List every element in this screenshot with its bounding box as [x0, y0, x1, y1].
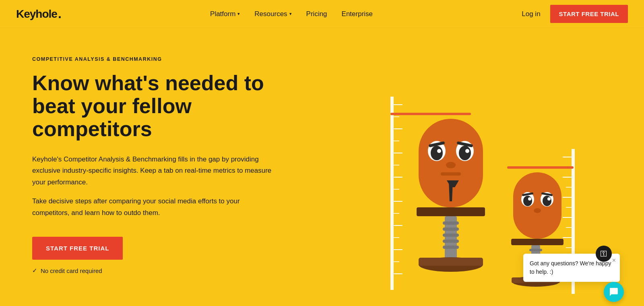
- svg-rect-34: [443, 234, 459, 237]
- svg-point-23: [465, 149, 469, 153]
- svg-rect-32: [443, 221, 459, 225]
- svg-point-20: [437, 149, 441, 153]
- hero-title: Know what's needed to beat your fellow c…: [32, 72, 282, 141]
- keyhole-chat-icon: ⚿: [596, 246, 612, 262]
- start-trial-hero-button[interactable]: START FREE TRIAL: [32, 237, 123, 260]
- svg-rect-27: [441, 172, 461, 176]
- svg-point-19: [431, 146, 443, 160]
- svg-point-63: [534, 208, 541, 213]
- svg-rect-0: [390, 97, 394, 290]
- svg-rect-53: [507, 166, 574, 169]
- logo-text: Keyhole: [16, 8, 57, 21]
- svg-point-56: [523, 196, 532, 206]
- chevron-down-icon: ▾: [237, 11, 240, 17]
- logo[interactable]: Keyhole.: [16, 6, 61, 21]
- svg-point-57: [528, 197, 531, 201]
- start-trial-nav-button[interactable]: START FREE TRIAL: [550, 5, 628, 23]
- hero-desc2: Take decisive steps after comparing your…: [32, 196, 258, 219]
- svg-rect-66: [529, 249, 542, 251]
- category-label: COMPETITIVE ANALYSIS & BENCHMARKING: [32, 56, 282, 62]
- hero-desc1: Keyhole's Competitor Analysis & Benchmar…: [32, 154, 282, 189]
- svg-point-60: [547, 197, 551, 201]
- svg-rect-36: [443, 246, 459, 249]
- chat-icon: [609, 287, 619, 297]
- nav-item-pricing[interactable]: Pricing: [306, 10, 327, 18]
- hero-content: COMPETITIVE ANALYSIS & BENCHMARKING Know…: [0, 28, 282, 274]
- nav-right: Log in START FREE TRIAL: [522, 5, 628, 23]
- no-credit-card-notice: ✓ No credit card required: [32, 267, 282, 274]
- nav-item-resources[interactable]: Resources ▾: [254, 10, 291, 18]
- close-icon[interactable]: ×: [612, 257, 616, 264]
- hero-section: COMPETITIVE ANALYSIS & BENCHMARKING Know…: [0, 0, 644, 306]
- svg-point-26: [446, 162, 456, 168]
- chevron-down-icon: ▾: [289, 11, 292, 17]
- nav-item-enterprise[interactable]: Enterprise: [342, 10, 373, 18]
- logo-dot: .: [58, 6, 61, 21]
- nav-center: Platform ▾ Resources ▾ Pricing Enterpris…: [210, 10, 373, 18]
- svg-rect-54: [513, 172, 561, 239]
- svg-point-22: [459, 146, 471, 160]
- check-icon: ✓: [32, 267, 37, 274]
- navbar: Keyhole. Platform ▾ Resources ▾ Pricing …: [0, 0, 644, 28]
- svg-rect-33: [443, 227, 459, 231]
- login-link[interactable]: Log in: [522, 10, 540, 18]
- svg-point-59: [543, 196, 551, 206]
- chat-message: Got any questions? We're happy to help. …: [530, 259, 613, 276]
- svg-rect-16: [390, 113, 471, 115]
- nav-item-platform[interactable]: Platform ▾: [210, 10, 240, 18]
- svg-rect-30: [417, 207, 485, 216]
- chat-button[interactable]: [604, 282, 624, 302]
- svg-rect-35: [443, 240, 459, 243]
- svg-rect-38: [419, 258, 483, 266]
- chat-popup: ⚿ × Got any questions? We're happy to he…: [523, 254, 620, 282]
- svg-rect-64: [511, 239, 564, 245]
